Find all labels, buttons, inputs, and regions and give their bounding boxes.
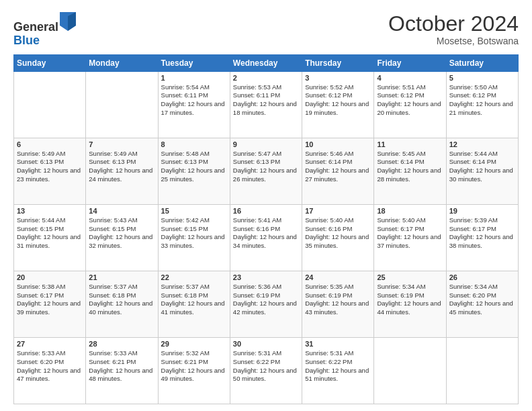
location: Mosetse, Botswana — [388, 36, 519, 46]
calendar-cell: 21Sunrise: 5:37 AM Sunset: 6:18 PM Dayli… — [86, 271, 158, 337]
calendar-cell: 14Sunrise: 5:43 AM Sunset: 6:15 PM Dayli… — [86, 204, 158, 271]
day-info: Sunrise: 5:37 AM Sunset: 6:18 PM Dayligh… — [161, 283, 227, 317]
calendar-cell: 10Sunrise: 5:46 AM Sunset: 6:14 PM Dayli… — [302, 138, 374, 204]
day-info: Sunrise: 5:54 AM Sunset: 6:11 PM Dayligh… — [161, 83, 227, 118]
day-number: 6 — [17, 140, 83, 148]
day-info: Sunrise: 5:48 AM Sunset: 6:13 PM Dayligh… — [161, 150, 227, 184]
day-number: 3 — [305, 74, 371, 82]
day-number: 20 — [17, 273, 83, 281]
day-number: 7 — [89, 140, 154, 148]
day-info: Sunrise: 5:40 AM Sunset: 6:17 PM Dayligh… — [377, 216, 443, 250]
calendar-week-row: 13Sunrise: 5:44 AM Sunset: 6:15 PM Dayli… — [14, 204, 519, 271]
calendar-week-row: 20Sunrise: 5:38 AM Sunset: 6:17 PM Dayli… — [14, 271, 519, 337]
calendar-cell: 1Sunrise: 5:54 AM Sunset: 6:11 PM Daylig… — [158, 71, 230, 138]
day-number: 24 — [305, 273, 371, 281]
header: General Blue October 2024 Mosetse, Botsw… — [13, 12, 519, 48]
day-number: 4 — [377, 74, 443, 82]
day-number: 8 — [161, 140, 227, 148]
calendar-cell: 11Sunrise: 5:45 AM Sunset: 6:14 PM Dayli… — [374, 138, 446, 204]
calendar-cell: 13Sunrise: 5:44 AM Sunset: 6:15 PM Dayli… — [14, 204, 86, 271]
calendar-cell — [86, 71, 158, 138]
day-info: Sunrise: 5:52 AM Sunset: 6:12 PM Dayligh… — [305, 83, 371, 118]
col-header-sunday: Sunday — [14, 54, 86, 71]
day-info: Sunrise: 5:50 AM Sunset: 6:12 PM Dayligh… — [449, 83, 515, 118]
calendar-cell: 26Sunrise: 5:34 AM Sunset: 6:20 PM Dayli… — [446, 271, 518, 337]
calendar-cell: 25Sunrise: 5:34 AM Sunset: 6:19 PM Dayli… — [374, 271, 446, 337]
day-info: Sunrise: 5:39 AM Sunset: 6:17 PM Dayligh… — [449, 216, 515, 250]
day-info: Sunrise: 5:43 AM Sunset: 6:15 PM Dayligh… — [89, 216, 154, 250]
col-header-thursday: Thursday — [302, 54, 374, 71]
day-number: 9 — [233, 140, 299, 148]
calendar-header-row: SundayMondayTuesdayWednesdayThursdayFrid… — [14, 54, 519, 71]
day-number: 16 — [233, 207, 299, 215]
day-info: Sunrise: 5:38 AM Sunset: 6:17 PM Dayligh… — [17, 283, 83, 317]
day-info: Sunrise: 5:47 AM Sunset: 6:13 PM Dayligh… — [233, 150, 299, 184]
calendar-cell: 22Sunrise: 5:37 AM Sunset: 6:18 PM Dayli… — [158, 271, 230, 337]
day-number: 18 — [377, 207, 443, 215]
day-number: 22 — [161, 273, 227, 281]
page: General Blue October 2024 Mosetse, Botsw… — [0, 0, 532, 411]
day-number: 23 — [233, 273, 299, 281]
day-info: Sunrise: 5:45 AM Sunset: 6:14 PM Dayligh… — [377, 150, 443, 184]
day-info: Sunrise: 5:44 AM Sunset: 6:14 PM Dayligh… — [449, 150, 515, 184]
col-header-tuesday: Tuesday — [158, 54, 230, 71]
calendar-cell: 19Sunrise: 5:39 AM Sunset: 6:17 PM Dayli… — [446, 204, 518, 271]
col-header-wednesday: Wednesday — [230, 54, 302, 71]
day-number: 2 — [233, 74, 299, 82]
day-info: Sunrise: 5:34 AM Sunset: 6:19 PM Dayligh… — [377, 283, 443, 317]
day-info: Sunrise: 5:41 AM Sunset: 6:16 PM Dayligh… — [233, 216, 299, 250]
col-header-friday: Friday — [374, 54, 446, 71]
calendar-cell: 30Sunrise: 5:31 AM Sunset: 6:22 PM Dayli… — [230, 337, 302, 404]
day-info: Sunrise: 5:40 AM Sunset: 6:16 PM Dayligh… — [305, 216, 371, 250]
logo-general-text: General — [13, 20, 58, 34]
day-info: Sunrise: 5:33 AM Sunset: 6:21 PM Dayligh… — [89, 349, 154, 383]
day-number: 26 — [449, 273, 515, 281]
calendar-cell: 5Sunrise: 5:50 AM Sunset: 6:12 PM Daylig… — [446, 71, 518, 138]
calendar-cell: 23Sunrise: 5:36 AM Sunset: 6:19 PM Dayli… — [230, 271, 302, 337]
day-info: Sunrise: 5:53 AM Sunset: 6:11 PM Dayligh… — [233, 83, 299, 118]
day-info: Sunrise: 5:42 AM Sunset: 6:15 PM Dayligh… — [161, 216, 227, 250]
calendar-cell: 8Sunrise: 5:48 AM Sunset: 6:13 PM Daylig… — [158, 138, 230, 204]
calendar-cell: 18Sunrise: 5:40 AM Sunset: 6:17 PM Dayli… — [374, 204, 446, 271]
day-number: 25 — [377, 273, 443, 281]
calendar-cell: 2Sunrise: 5:53 AM Sunset: 6:11 PM Daylig… — [230, 71, 302, 138]
day-info: Sunrise: 5:37 AM Sunset: 6:18 PM Dayligh… — [89, 283, 154, 317]
calendar-week-row: 6Sunrise: 5:49 AM Sunset: 6:13 PM Daylig… — [14, 138, 519, 204]
day-info: Sunrise: 5:31 AM Sunset: 6:22 PM Dayligh… — [233, 349, 299, 383]
logo: General Blue — [13, 12, 76, 48]
day-number: 1 — [161, 74, 227, 82]
col-header-monday: Monday — [86, 54, 158, 71]
calendar-cell: 20Sunrise: 5:38 AM Sunset: 6:17 PM Dayli… — [14, 271, 86, 337]
calendar-cell: 9Sunrise: 5:47 AM Sunset: 6:13 PM Daylig… — [230, 138, 302, 204]
day-number: 19 — [449, 207, 515, 215]
day-number: 31 — [305, 340, 371, 348]
day-info: Sunrise: 5:44 AM Sunset: 6:15 PM Dayligh… — [17, 216, 83, 250]
calendar-cell: 31Sunrise: 5:31 AM Sunset: 6:22 PM Dayli… — [302, 337, 374, 404]
day-info: Sunrise: 5:36 AM Sunset: 6:19 PM Dayligh… — [233, 283, 299, 317]
calendar-cell: 29Sunrise: 5:32 AM Sunset: 6:21 PM Dayli… — [158, 337, 230, 404]
day-number: 11 — [377, 140, 443, 148]
day-info: Sunrise: 5:49 AM Sunset: 6:13 PM Dayligh… — [17, 150, 83, 184]
calendar-cell: 3Sunrise: 5:52 AM Sunset: 6:12 PM Daylig… — [302, 71, 374, 138]
calendar-cell: 15Sunrise: 5:42 AM Sunset: 6:15 PM Dayli… — [158, 204, 230, 271]
day-number: 27 — [17, 340, 83, 348]
day-info: Sunrise: 5:34 AM Sunset: 6:20 PM Dayligh… — [449, 283, 515, 317]
calendar-week-row: 1Sunrise: 5:54 AM Sunset: 6:11 PM Daylig… — [14, 71, 519, 138]
day-number: 12 — [449, 140, 515, 148]
calendar-cell: 16Sunrise: 5:41 AM Sunset: 6:16 PM Dayli… — [230, 204, 302, 271]
day-number: 17 — [305, 207, 371, 215]
calendar-cell — [14, 71, 86, 138]
title-area: October 2024 Mosetse, Botswana — [388, 12, 519, 46]
calendar-cell: 17Sunrise: 5:40 AM Sunset: 6:16 PM Dayli… — [302, 204, 374, 271]
month-title: October 2024 — [388, 12, 519, 36]
logo-icon — [60, 12, 76, 31]
day-info: Sunrise: 5:33 AM Sunset: 6:20 PM Dayligh… — [17, 349, 83, 383]
calendar-cell: 4Sunrise: 5:51 AM Sunset: 6:12 PM Daylig… — [374, 71, 446, 138]
day-number: 13 — [17, 207, 83, 215]
day-info: Sunrise: 5:51 AM Sunset: 6:12 PM Dayligh… — [377, 83, 443, 118]
day-info: Sunrise: 5:46 AM Sunset: 6:14 PM Dayligh… — [305, 150, 371, 184]
day-number: 15 — [161, 207, 227, 215]
calendar-week-row: 27Sunrise: 5:33 AM Sunset: 6:20 PM Dayli… — [14, 337, 519, 404]
day-info: Sunrise: 5:35 AM Sunset: 6:19 PM Dayligh… — [305, 283, 371, 317]
day-info: Sunrise: 5:32 AM Sunset: 6:21 PM Dayligh… — [161, 349, 227, 383]
